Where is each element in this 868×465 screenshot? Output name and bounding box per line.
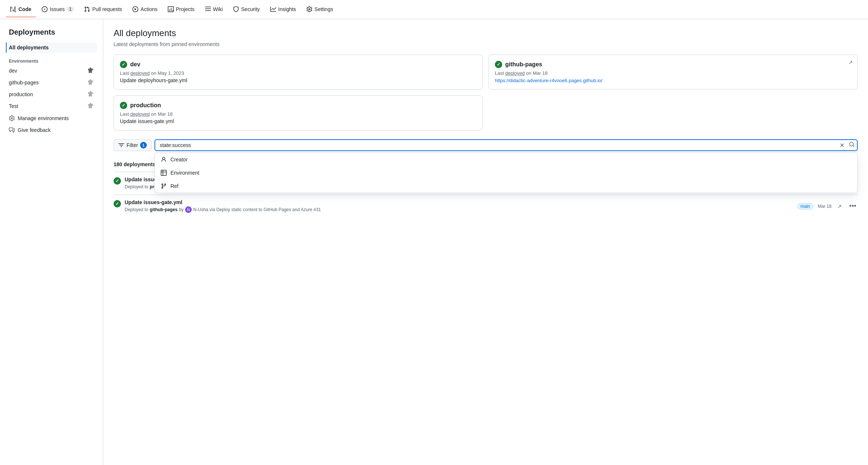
deployment-info-2: Update issues-gate.yml Deployed to githu… [125, 199, 791, 213]
sidebar-manage-environments[interactable]: Manage environments [6, 113, 97, 123]
pr-icon [84, 6, 90, 12]
main-content: All deployments Latest deployments from … [103, 19, 868, 465]
env-name-dev: dev [9, 68, 17, 74]
nav-label-actions: Actions [140, 6, 157, 12]
card-dev[interactable]: ✓ dev Last deployed on May 1, 2023 Updat… [114, 55, 483, 90]
nav-item-settings[interactable]: Settings [302, 2, 338, 17]
more-button-2[interactable]: ••• [848, 202, 858, 211]
dropdown-ref-label: Ref [170, 183, 178, 189]
external-link-button-2[interactable]: ↗ [836, 203, 843, 210]
card-production-header: ✓ production [120, 102, 476, 109]
filter-button[interactable]: Filter 1 [114, 139, 152, 151]
card-github-pages-url[interactable]: https://didactic-adventure-r4vnoe6.pages… [495, 78, 603, 83]
sidebar-environments-label: Environments [6, 56, 97, 65]
card-dev-meta: Last deployed on May 1, 2023 [120, 70, 476, 76]
nav-label-projects: Projects [176, 6, 195, 12]
card-dev-header: ✓ dev [120, 61, 476, 68]
sidebar-item-label-all: All deployments [9, 45, 49, 50]
success-icon-dev: ✓ [120, 61, 127, 68]
pinned-cards: ✓ dev Last deployed on May 1, 2023 Updat… [114, 55, 858, 130]
card-github-pages-header: ✓ github-pages [495, 61, 851, 68]
deployment-row-left-2: ✓ Update issues-gate.yml Deployed to git… [114, 199, 791, 213]
branch-icon [161, 183, 167, 189]
filter-dropdown: Creator Environment Ref [154, 153, 858, 193]
search-container: ✕ Creator Environment [154, 139, 858, 151]
card-production-title: production [130, 102, 161, 109]
nav-item-wiki[interactable]: Wiki [201, 2, 227, 17]
nav-label-wiki: Wiki [213, 6, 223, 12]
filter-bar: Filter 1 ✕ Creator Environmen [114, 139, 858, 151]
nav-item-security[interactable]: Security [229, 2, 264, 17]
deployment-date-2: Mar 18 [818, 204, 831, 209]
branch-badge-2: main [797, 203, 813, 210]
external-link-icon[interactable]: ↗ [848, 59, 853, 65]
gear-icon [9, 115, 15, 121]
sidebar-env-dev[interactable]: dev [6, 65, 97, 76]
deployment-title-2: Update issues-gate.yml [125, 199, 791, 205]
wiki-icon [205, 6, 211, 12]
nav-item-projects[interactable]: Projects [163, 2, 199, 17]
table-icon [161, 170, 167, 176]
dropdown-item-creator[interactable]: Creator [155, 153, 857, 166]
card-github-pages-deployed-link[interactable]: deployed [505, 70, 525, 76]
env-name-github-pages: github-pages [9, 80, 39, 85]
insights-icon [270, 6, 276, 12]
person-icon [161, 157, 167, 162]
nav-label-settings: Settings [315, 6, 333, 12]
deployment-row-right-2: main Mar 18 ↗ ••• [797, 202, 858, 211]
search-icon [849, 141, 855, 147]
nav-label-issues: Issues [50, 6, 65, 12]
dropdown-item-ref[interactable]: Ref [155, 179, 857, 193]
nav-item-insights[interactable]: Insights [266, 2, 301, 17]
projects-icon [168, 6, 174, 12]
filter-badge: 1 [140, 142, 147, 148]
nav-item-code[interactable]: Code [6, 2, 36, 17]
avatar-2: N [185, 206, 192, 213]
actions-icon [132, 6, 138, 12]
success-icon-github-pages: ✓ [495, 61, 502, 68]
status-icon-dep2: ✓ [114, 200, 121, 207]
nav-item-actions[interactable]: Actions [128, 2, 162, 17]
page-title: All deployments [114, 28, 858, 38]
env-name-production: production [9, 91, 33, 97]
status-icon-dep1: ✓ [114, 177, 121, 185]
card-github-pages[interactable]: ✓ github-pages ↗ Last deployed on Mar 18… [489, 55, 858, 90]
pin-icon-github-pages[interactable] [88, 79, 94, 86]
card-production[interactable]: ✓ production Last deployed on Mar 18 Upd… [114, 95, 483, 130]
dropdown-item-environment[interactable]: Environment [155, 166, 857, 179]
pin-icon-test[interactable] [88, 102, 94, 110]
top-nav: Code Issues 1 Pull requests Actions Proj… [0, 0, 868, 19]
search-clear-button[interactable]: ✕ [840, 142, 844, 149]
sidebar-item-all-deployments[interactable]: All deployments [6, 42, 97, 53]
feedback-icon [9, 127, 15, 133]
issues-badge: 1 [67, 7, 74, 12]
card-github-pages-meta: Last deployed on Mar 18 [495, 70, 851, 76]
user-label-2: N-Usha via Deploy static content to GitH… [193, 207, 321, 212]
nav-item-pull-requests[interactable]: Pull requests [80, 2, 126, 17]
deployment-meta-2: Deployed to github-pages by N N-Usha via… [125, 206, 791, 213]
filter-label: Filter [126, 142, 138, 148]
pin-icon-production[interactable] [88, 91, 94, 98]
card-dev-title: dev [130, 61, 140, 68]
card-production-meta: Last deployed on Mar 18 [120, 111, 476, 117]
search-submit-button[interactable] [849, 141, 855, 149]
success-icon-production: ✓ [120, 102, 127, 109]
manage-environments-label: Manage environments [18, 115, 69, 121]
sidebar-give-feedback[interactable]: Give feedback [6, 125, 97, 135]
card-dev-deployed-link[interactable]: deployed [130, 70, 150, 76]
search-input[interactable] [154, 139, 858, 151]
sidebar-env-production[interactable]: production [6, 89, 97, 100]
sidebar-env-github-pages[interactable]: github-pages [6, 77, 97, 88]
env-name-test: Test [9, 103, 18, 109]
nav-label-security: Security [241, 6, 260, 12]
code-icon [10, 6, 16, 12]
sidebar-env-test[interactable]: Test [6, 101, 97, 112]
filter-icon [118, 142, 124, 148]
pin-icon-dev[interactable] [88, 67, 94, 74]
table-row: ✓ Update issues-gate.yml Deployed to git… [114, 195, 858, 217]
nav-item-issues[interactable]: Issues 1 [37, 2, 78, 17]
sidebar: Deployments All deployments Environments… [0, 19, 103, 465]
card-production-deployed-link[interactable]: deployed [130, 111, 150, 117]
nav-label-insights: Insights [278, 6, 296, 12]
card-github-pages-title: github-pages [505, 61, 542, 68]
